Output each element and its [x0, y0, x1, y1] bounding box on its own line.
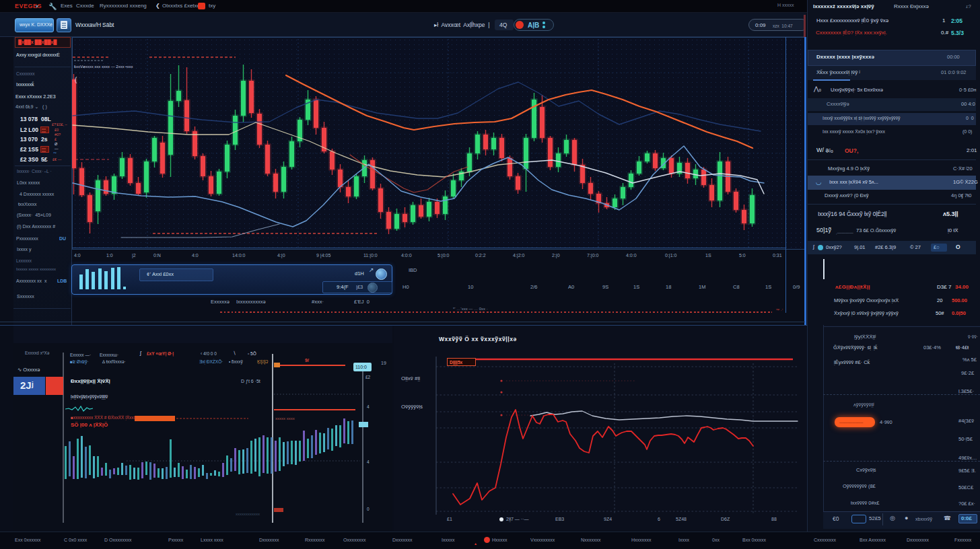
- svg-text:110:0: 110:0: [355, 365, 367, 369]
